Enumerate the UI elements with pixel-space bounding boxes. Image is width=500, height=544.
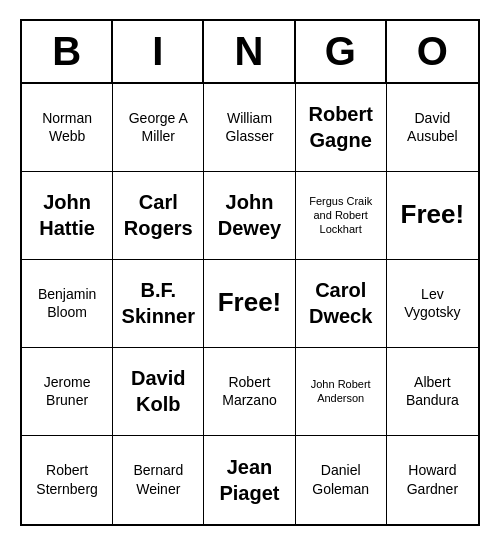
bingo-cell-r4-c0: Robert Sternberg — [22, 436, 113, 524]
bingo-cell-r0-c3: Robert Gagne — [296, 84, 387, 172]
bingo-cell-r0-c4: David Ausubel — [387, 84, 478, 172]
bingo-letter-b: B — [22, 21, 113, 82]
bingo-cell-r1-c3: Fergus Craik and Robert Lockhart — [296, 172, 387, 260]
bingo-grid: Norman WebbGeorge A MillerWilliam Glasse… — [22, 84, 478, 524]
bingo-card: BINGO Norman WebbGeorge A MillerWilliam … — [20, 19, 480, 526]
bingo-letter-n: N — [204, 21, 295, 82]
bingo-cell-r4-c3: Daniel Goleman — [296, 436, 387, 524]
bingo-cell-r2-c0: Benjamin Bloom — [22, 260, 113, 348]
bingo-cell-r0-c0: Norman Webb — [22, 84, 113, 172]
bingo-cell-r3-c1: David Kolb — [113, 348, 204, 436]
bingo-header: BINGO — [22, 21, 478, 84]
bingo-cell-r1-c2: John Dewey — [204, 172, 295, 260]
bingo-cell-r3-c0: Jerome Bruner — [22, 348, 113, 436]
bingo-cell-r0-c1: George A Miller — [113, 84, 204, 172]
bingo-cell-r0-c2: William Glasser — [204, 84, 295, 172]
bingo-cell-r4-c1: Bernard Weiner — [113, 436, 204, 524]
bingo-cell-r3-c4: Albert Bandura — [387, 348, 478, 436]
bingo-cell-r3-c3: John Robert Anderson — [296, 348, 387, 436]
bingo-letter-o: O — [387, 21, 478, 82]
bingo-cell-r2-c3: Carol Dweck — [296, 260, 387, 348]
bingo-letter-g: G — [296, 21, 387, 82]
bingo-cell-r2-c2: Free! — [204, 260, 295, 348]
bingo-cell-r4-c2: Jean Piaget — [204, 436, 295, 524]
bingo-cell-r1-c0: John Hattie — [22, 172, 113, 260]
bingo-cell-r2-c1: B.F. Skinner — [113, 260, 204, 348]
bingo-cell-r4-c4: Howard Gardner — [387, 436, 478, 524]
bingo-cell-r1-c1: Carl Rogers — [113, 172, 204, 260]
bingo-cell-r2-c4: Lev Vygotsky — [387, 260, 478, 348]
bingo-cell-r3-c2: Robert Marzano — [204, 348, 295, 436]
bingo-letter-i: I — [113, 21, 204, 82]
bingo-cell-r1-c4: Free! — [387, 172, 478, 260]
